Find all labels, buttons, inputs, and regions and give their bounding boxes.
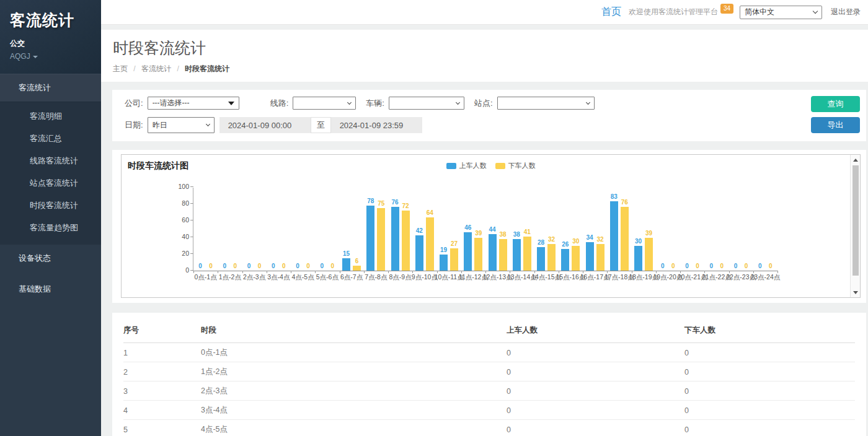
boarding-bar[interactable] — [610, 201, 618, 271]
scroll-down-arrow-icon[interactable] — [851, 288, 861, 297]
bar-value-label: 38 — [500, 232, 507, 238]
x-axis-label: 1点-2点 — [219, 273, 241, 282]
company-select[interactable]: ---请选择--- — [148, 97, 239, 110]
filter-panel: 公司: ---请选择--- 线路: 车辆: 站点: — [112, 90, 866, 141]
station-select[interactable] — [497, 97, 595, 110]
bar-column: 30 — [572, 238, 580, 271]
org-selector[interactable]: AQGJ — [10, 52, 101, 61]
sidebar-item-客流明细[interactable]: 客流明细 — [0, 105, 101, 128]
alighting-bar[interactable] — [499, 239, 507, 271]
notification-badge[interactable]: 34 — [720, 4, 733, 14]
scrollbar-thumb[interactable] — [852, 165, 859, 276]
query-button[interactable]: 查询 — [811, 96, 860, 112]
line-label: 线路: — [270, 98, 289, 109]
sidebar-section-基础数据[interactable]: 基础数据 — [0, 276, 101, 303]
boarding-bar[interactable] — [342, 258, 350, 271]
bar-value-label: 76 — [392, 199, 399, 206]
bar-value-label: 0 — [720, 263, 724, 269]
alighting-bar[interactable] — [474, 238, 482, 271]
bar-column: 39 — [474, 230, 482, 271]
home-link[interactable]: 首页 — [601, 6, 621, 19]
boarding-bar[interactable] — [513, 239, 521, 271]
bar-value-label: 32 — [597, 237, 604, 243]
bar-column: 38 — [499, 232, 507, 271]
date-preset-select[interactable]: 昨日 — [148, 117, 215, 133]
bar-value-label: 0 — [331, 263, 335, 269]
sidebar-item-站点客流统计[interactable]: 站点客流统计 — [0, 172, 101, 194]
x-axis-label: 7点-8点 — [365, 273, 387, 282]
legend-label: 下车人数 — [508, 161, 536, 170]
alighting-bar[interactable] — [621, 207, 629, 271]
bar-column: 83 — [610, 194, 618, 271]
sidebar-section-设备状态[interactable]: 设备状态 — [0, 245, 101, 272]
table-cell: 0 — [507, 420, 684, 436]
vehicle-select[interactable] — [389, 97, 464, 110]
bar-column: 75 — [377, 201, 385, 271]
y-axis-label: 0 — [170, 266, 189, 274]
boarding-bar[interactable] — [634, 246, 642, 271]
boarding-bar[interactable] — [464, 232, 472, 271]
bar-column: 0 — [207, 263, 215, 271]
col-header-alighting: 下车人数 — [684, 319, 855, 343]
boarding-bar[interactable] — [489, 234, 497, 271]
table-cell: 2点-3点 — [201, 381, 507, 401]
alighting-bar[interactable] — [523, 237, 531, 271]
legend-item-下车人数[interactable]: 下车人数 — [495, 161, 536, 170]
boarding-bar[interactable] — [366, 206, 374, 271]
bar-column: 0 — [221, 263, 229, 271]
date-start-input[interactable]: 2024-01-09 00:00 — [219, 117, 311, 133]
legend-item-上车人数[interactable]: 上车人数 — [446, 161, 487, 170]
alighting-bar[interactable] — [426, 217, 434, 271]
alighting-bar[interactable] — [572, 246, 580, 271]
boarding-bar[interactable] — [561, 249, 569, 271]
sidebar-item-客流汇总[interactable]: 客流汇总 — [0, 128, 101, 150]
sidebar-item-时段客流统计[interactable]: 时段客流统计 — [0, 194, 101, 217]
bar-value-label: 0 — [769, 263, 773, 269]
table-cell: 5 — [123, 420, 201, 436]
boarding-bar[interactable] — [586, 242, 594, 271]
breadcrumb-section[interactable]: 客流统计 — [141, 64, 171, 73]
bar-group: 837617点-18点 — [607, 188, 631, 271]
alighting-bar[interactable] — [645, 238, 653, 271]
table-cell: 0 — [507, 343, 684, 362]
scroll-up-arrow-icon[interactable] — [851, 155, 861, 164]
table-panel: 序号 时段 上车人数 下车人数 10点-1点0021点-2点0032点-3点00… — [112, 313, 866, 436]
sidebar-item-客流量趋势图[interactable]: 客流量趋势图 — [0, 217, 101, 239]
export-button[interactable]: 导出 — [811, 117, 860, 133]
alighting-bar[interactable] — [450, 248, 458, 271]
boarding-bar[interactable] — [391, 207, 399, 271]
alighting-bar[interactable] — [547, 244, 556, 271]
bar-column: 76 — [391, 199, 399, 271]
breadcrumb-home[interactable]: 主页 — [113, 64, 128, 73]
legend-label: 上车人数 — [459, 161, 487, 170]
bar-value-label: 0 — [306, 263, 310, 269]
bar-column: 32 — [596, 237, 604, 271]
boarding-bar[interactable] — [415, 235, 423, 271]
x-axis-tick — [193, 271, 194, 273]
chart-vertical-scrollbar[interactable] — [850, 155, 860, 297]
sidebar-item-线路客流统计[interactable]: 线路客流统计 — [0, 150, 101, 172]
date-end-input[interactable]: 2024-01-09 23:59 — [331, 117, 422, 133]
boarding-bar[interactable] — [440, 255, 448, 271]
boarding-bar[interactable] — [537, 247, 545, 271]
sidebar-section-客流统计[interactable]: 客流统计 — [0, 74, 101, 102]
content: 公司: ---请选择--- 线路: 车辆: 站点: — [101, 82, 868, 436]
language-select[interactable]: 简体中文 — [740, 6, 822, 19]
bar-column: 46 — [464, 225, 472, 271]
bar-value-label: 6 — [355, 258, 359, 264]
bar-value-label: 0 — [247, 263, 251, 269]
line-select[interactable] — [293, 97, 356, 110]
chart-plot-wrap: 020406080100000点-1点001点-2点002点-3点003点-4点… — [193, 188, 777, 271]
alighting-bar[interactable] — [353, 266, 361, 271]
bar-column: 0 — [694, 263, 702, 271]
alighting-bar[interactable] — [377, 208, 385, 271]
alighting-bar[interactable] — [596, 244, 604, 271]
chevron-down-icon — [456, 100, 460, 104]
bar-value-label: 0 — [223, 263, 227, 269]
logout-link[interactable]: 退出登录 — [831, 7, 861, 17]
table-cell: 1点-2点 — [201, 362, 507, 381]
date-preset-value: 昨日 — [153, 120, 167, 131]
chevron-down-icon — [206, 122, 210, 126]
bar-value-label: 0 — [661, 263, 665, 269]
alighting-bar[interactable] — [402, 211, 410, 271]
